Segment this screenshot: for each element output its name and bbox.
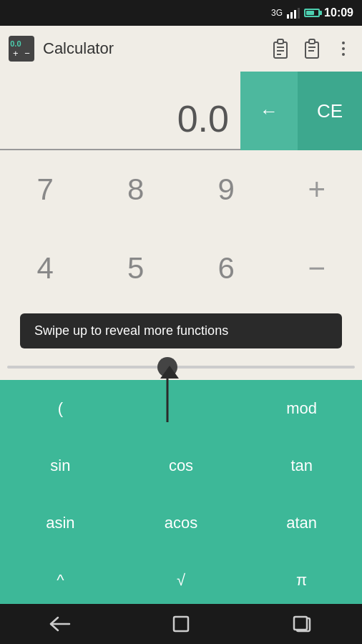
slider-track bbox=[7, 366, 355, 369]
signal-indicator: 3G bbox=[271, 8, 283, 18]
ce-label: CE bbox=[317, 100, 343, 122]
sci-key-asin[interactable]: asin bbox=[0, 494, 121, 552]
nav-recents-button[interactable] bbox=[284, 613, 320, 635]
backspace-icon: ← bbox=[260, 100, 278, 122]
nav-bar bbox=[0, 604, 362, 644]
sci-key-sin[interactable]: sin bbox=[0, 437, 121, 494]
sci-key-atan[interactable]: atan bbox=[241, 494, 362, 552]
sci-key-power[interactable]: ^ bbox=[0, 552, 121, 609]
key-7-label: 7 bbox=[37, 172, 54, 207]
svg-rect-6 bbox=[309, 39, 315, 44]
app-title: Calculator bbox=[43, 39, 262, 58]
sci-key-open-paren[interactable]: ( bbox=[0, 380, 121, 437]
key-8-label: 8 bbox=[127, 172, 144, 207]
copy-paste-button-2[interactable] bbox=[302, 39, 322, 59]
sci-key-empty-1 bbox=[121, 380, 242, 437]
key-9-label: 9 bbox=[218, 172, 235, 207]
clipboard-icon-2 bbox=[304, 39, 320, 59]
sci-row-4: ^ √ π bbox=[0, 552, 362, 609]
key-4[interactable]: 4 bbox=[0, 229, 91, 308]
sci-key-acos-label: acos bbox=[165, 514, 197, 532]
swipe-tooltip: Swipe up to reveal more functions bbox=[20, 313, 342, 348]
key-8[interactable]: 8 bbox=[91, 150, 182, 229]
sci-key-tan-label: tan bbox=[290, 457, 313, 475]
backspace-button[interactable]: ← bbox=[240, 72, 298, 150]
app-bar: 0.0 + − Calculator bbox=[0, 26, 362, 72]
keypad-row-1: 7 8 9 + bbox=[0, 150, 362, 229]
nav-home-button[interactable] bbox=[163, 613, 199, 635]
tooltip-container: Swipe up to reveal more functions bbox=[0, 308, 362, 354]
keypad-row-2: 4 5 6 − bbox=[0, 229, 362, 308]
sci-key-mod-label: mod bbox=[286, 399, 317, 418]
key-plus[interactable]: + bbox=[272, 150, 363, 229]
key-5-label: 5 bbox=[127, 251, 144, 286]
copy-paste-button-1[interactable] bbox=[270, 39, 290, 59]
key-7[interactable]: 7 bbox=[0, 150, 91, 229]
svg-rect-10 bbox=[174, 617, 188, 631]
display-area: 0.0 ← CE bbox=[0, 72, 362, 150]
key-minus[interactable]: − bbox=[272, 229, 363, 308]
sci-row-1: ( mod bbox=[0, 380, 362, 437]
arrow-head bbox=[160, 366, 179, 379]
nav-back-icon bbox=[49, 616, 71, 632]
arrow-shaft bbox=[166, 376, 168, 422]
status-time: 10:09 bbox=[324, 6, 353, 19]
sci-key-open-paren-label: ( bbox=[58, 399, 63, 418]
more-options-button[interactable] bbox=[333, 39, 353, 59]
sci-key-mod[interactable]: mod bbox=[241, 380, 362, 437]
app-bar-actions bbox=[270, 39, 353, 59]
sci-key-pi[interactable]: π bbox=[241, 552, 362, 609]
svg-rect-1 bbox=[278, 39, 283, 44]
clipboard-icon-1 bbox=[273, 39, 288, 59]
battery-icon bbox=[304, 9, 320, 17]
sci-key-sin-label: sin bbox=[50, 457, 70, 475]
key-9[interactable]: 9 bbox=[181, 150, 272, 229]
sci-row-3: asin acos atan bbox=[0, 494, 362, 552]
key-plus-label: + bbox=[308, 172, 326, 207]
sci-key-tan[interactable]: tan bbox=[241, 437, 362, 494]
sci-key-pi-label: π bbox=[296, 571, 307, 590]
more-options-icon bbox=[342, 42, 345, 56]
svg-rect-12 bbox=[294, 617, 307, 630]
slider-area[interactable] bbox=[0, 354, 362, 380]
key-minus-label: − bbox=[308, 251, 326, 286]
key-4-label: 4 bbox=[37, 251, 54, 286]
key-6[interactable]: 6 bbox=[181, 229, 272, 308]
sci-key-acos[interactable]: acos bbox=[121, 494, 242, 552]
tooltip-text: Swipe up to reveal more functions bbox=[34, 323, 228, 338]
status-bar: 3G 10:09 bbox=[0, 0, 362, 26]
ce-button[interactable]: CE bbox=[298, 72, 362, 150]
sci-key-cos[interactable]: cos bbox=[121, 437, 242, 494]
sci-key-cos-label: cos bbox=[169, 457, 193, 475]
key-5[interactable]: 5 bbox=[91, 229, 182, 308]
key-6-label: 6 bbox=[218, 251, 235, 286]
nav-back-button[interactable] bbox=[42, 613, 78, 635]
sci-key-asin-label: asin bbox=[46, 514, 74, 532]
sci-key-sqrt[interactable]: √ bbox=[121, 552, 242, 609]
app-logo-icon: 0.0 + − bbox=[9, 36, 34, 62]
sci-row-2: sin cos tan bbox=[0, 437, 362, 494]
nav-home-icon bbox=[172, 615, 190, 633]
display-value: 0.0 bbox=[0, 97, 240, 150]
nav-recents-icon bbox=[292, 615, 312, 633]
sci-keypad: ( mod sin cos tan asin acos atan ^ bbox=[0, 380, 362, 609]
sci-key-sqrt-label: √ bbox=[177, 571, 185, 590]
signal-bars bbox=[287, 8, 300, 19]
sci-key-power-label: ^ bbox=[57, 571, 64, 590]
sci-key-atan-label: atan bbox=[286, 514, 317, 532]
